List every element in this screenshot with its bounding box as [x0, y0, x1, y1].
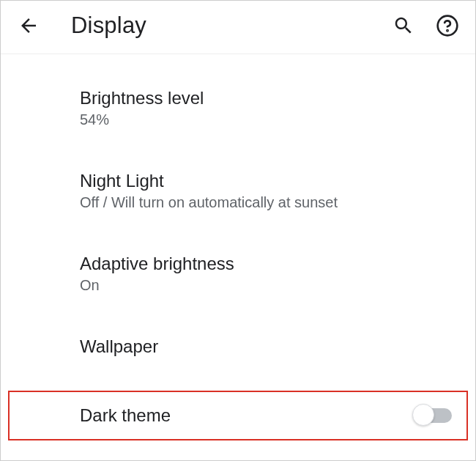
setting-value: Off / Will turn on automatically at suns…: [80, 194, 452, 211]
setting-title: Dark theme: [80, 405, 171, 426]
page-title: Display: [71, 12, 390, 39]
setting-value: 54%: [80, 111, 452, 128]
help-button[interactable]: [434, 12, 461, 39]
search-icon: [393, 15, 414, 37]
adaptive-brightness-item[interactable]: Adaptive brightness On: [1, 242, 475, 307]
toggle-thumb: [412, 404, 434, 426]
brightness-level-item[interactable]: Brightness level 54%: [1, 76, 475, 141]
wallpaper-item[interactable]: Wallpaper: [1, 325, 475, 373]
header: Display: [1, 1, 475, 54]
setting-title: Brightness level: [80, 88, 452, 108]
setting-title: Adaptive brightness: [80, 254, 452, 274]
setting-value: On: [80, 277, 452, 294]
setting-title: Wallpaper: [80, 336, 452, 357]
header-actions: [390, 12, 461, 39]
setting-title: Night Light: [80, 171, 452, 191]
help-icon: [436, 14, 459, 37]
night-light-item[interactable]: Night Light Off / Will turn on automatic…: [1, 159, 475, 224]
settings-list: Brightness level 54% Night Light Off / W…: [1, 54, 475, 440]
dark-theme-toggle[interactable]: [414, 408, 452, 423]
back-button[interactable]: [15, 12, 42, 39]
svg-point-1: [447, 30, 447, 31]
search-button[interactable]: [390, 12, 417, 39]
dark-theme-item[interactable]: Dark theme: [8, 391, 468, 440]
arrow-back-icon: [18, 15, 40, 37]
